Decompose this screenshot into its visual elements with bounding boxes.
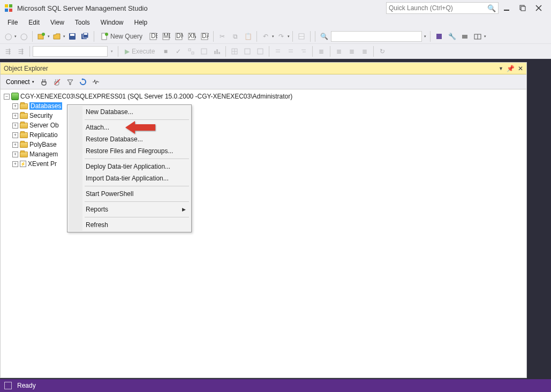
mdx-query-button[interactable]: MDX [160,31,172,42]
pin-icon[interactable]: 📌 [507,65,515,72]
tree-node-label: PolyBase [29,141,57,148]
expand-icon[interactable]: + [12,113,18,119]
context-menu-item[interactable]: Deploy Data-tier Application... [69,161,190,172]
debug-btn[interactable]: ⇶ [2,46,14,57]
menu-window[interactable]: Window [95,17,129,28]
new-project-button[interactable]: ▾ [35,31,50,42]
expand-icon[interactable]: + [12,142,18,148]
svg-rect-38 [216,49,218,54]
indent2-button[interactable]: ≣ [333,46,345,57]
paste-button[interactable]: 📋 [242,31,254,42]
expand-icon[interactable]: + [12,161,18,167]
quick-launch-input[interactable] [389,4,487,12]
svg-rect-2 [5,9,8,12]
filter-icon[interactable] [64,76,76,88]
nav-forward-button[interactable]: ◯ [18,31,29,42]
context-menu-item[interactable]: Import Data-tier Application... [69,172,190,184]
quick-launch[interactable]: 🔍 [386,2,499,14]
close-button[interactable] [531,0,547,16]
de-query-button[interactable]: DE [147,31,159,42]
menu-edit[interactable]: Edit [23,17,45,28]
expand-icon[interactable]: + [12,123,18,129]
folder-icon [20,103,28,109]
folder-icon [20,152,28,157]
connect-button[interactable]: Connect▾ [3,77,37,87]
svg-rect-12 [70,34,74,36]
context-menu-label: Attach... [86,124,109,131]
properties-button[interactable] [296,31,307,42]
xmla-query-button[interactable]: XMLA [186,31,198,42]
results-text-button[interactable] [241,46,253,57]
context-menu-item[interactable]: Restore Database... [69,133,190,145]
toolbar-main: ◯▾ ◯ ▾ ▾ New Query DE MDX DMX XMLA DAX ✂… [0,29,551,44]
panel-menu-icon[interactable]: ▼ [499,66,503,71]
stats-button[interactable] [211,46,223,57]
results-grid-button[interactable] [229,46,240,57]
minimize-button[interactable] [499,0,515,16]
menu-view[interactable]: View [45,17,70,28]
plan-button[interactable] [198,46,210,57]
options-button[interactable] [459,31,471,42]
svg-text:DAX: DAX [202,32,209,40]
expand-icon[interactable]: + [12,152,18,157]
cut-button[interactable]: ✂ [216,31,228,42]
expand-icon[interactable]: + [12,103,18,109]
tree-server-node[interactable]: − CGY-XENEXEC03\SQLEXPRESS01 (SQL Server… [4,92,523,101]
redo-button[interactable]: ↷▾ [275,31,290,42]
copy-button[interactable]: ⧉ [229,31,241,42]
uncomment-button[interactable] [285,46,297,57]
context-menu-label: Import Data-tier Application... [86,175,169,182]
context-menu-item[interactable]: New Database... [69,106,190,118]
submenu-arrow-icon: ▶ [182,207,186,212]
context-menu-item[interactable]: Start PowerShell [69,188,190,200]
stop-button[interactable]: ■ [160,46,171,57]
context-menu-item[interactable]: Refresh [69,219,190,231]
menu-tools[interactable]: Tools [70,17,95,28]
connect-plug-icon[interactable] [39,76,50,88]
collapse-icon[interactable]: − [4,94,10,100]
save-button[interactable] [66,31,78,42]
debug-btn2[interactable]: ⇶ [15,46,27,57]
context-menu-item[interactable]: Restore Files and Filegroups... [69,145,190,157]
undo-button[interactable]: ↶▾ [260,31,274,42]
open-file-button[interactable]: ▾ [51,31,65,42]
database-combo[interactable] [33,46,108,57]
context-menu-item[interactable]: Reports▶ [69,203,190,215]
menu-separator [85,186,189,186]
new-query-button[interactable]: New Query [97,31,146,42]
nav-back-button[interactable]: ◯▾ [2,31,17,42]
context-menu-item[interactable]: Attach... [69,122,190,133]
dax-query-button[interactable]: DAX [199,31,210,42]
registered-servers-button[interactable] [433,31,445,42]
server-icon [11,93,19,100]
svg-rect-0 [5,4,8,7]
dmx-query-button[interactable]: DMX [173,31,185,42]
refresh-icon[interactable] [77,76,89,88]
menu-help[interactable]: Help [129,17,153,28]
outdent-button[interactable]: ≣ [315,46,327,57]
search-combo[interactable] [331,31,422,42]
disconnect-icon[interactable] [51,76,63,88]
estimated-plan-button[interactable] [185,46,197,57]
parse-button[interactable]: ✓ [172,46,184,57]
window-layout-button[interactable]: ▾ [472,31,486,42]
maximize-button[interactable] [515,0,531,16]
indent4-button[interactable]: ≣ [359,46,371,57]
execute-button[interactable]: ▶Execute [121,46,158,57]
find-button[interactable]: 🔍 [318,31,330,42]
folder-icon [20,132,28,138]
save-all-button[interactable] [79,31,91,42]
menu-file[interactable]: File [2,17,23,28]
indent3-button[interactable]: ≣ [346,46,358,57]
panel-toolbar: Connect▾ [1,74,526,89]
results-file-button[interactable] [254,46,266,57]
activity-icon[interactable] [90,76,102,88]
panel-close-icon[interactable]: ✕ [518,65,523,72]
comment-button[interactable] [272,46,284,57]
tools-button[interactable]: 🔧 [446,31,458,42]
help-button[interactable]: ↻ [376,46,388,57]
svg-rect-1 [9,4,12,7]
indent-button[interactable] [298,46,310,57]
status-text: Ready [17,382,36,389]
expand-icon[interactable]: + [12,132,18,138]
